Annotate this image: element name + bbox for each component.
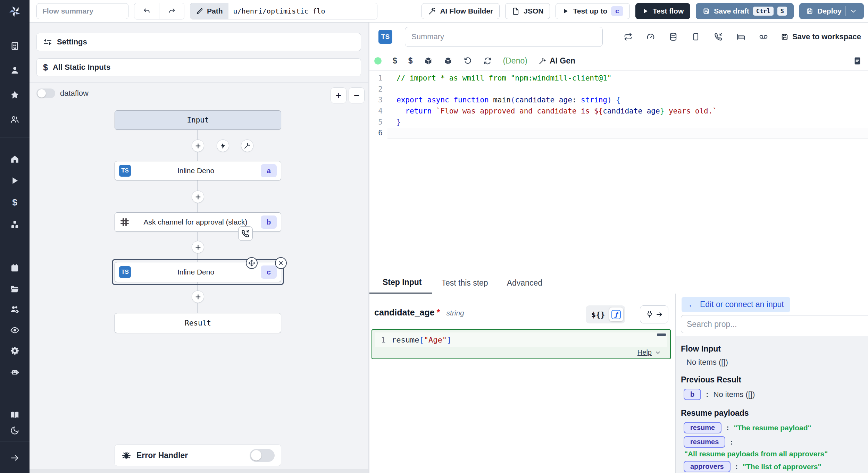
code-line[interactable]: return `Flow was approved and candidate … (387, 106, 868, 117)
undo-button[interactable] (134, 3, 159, 19)
resource-picker-icon[interactable]: $ (408, 56, 413, 66)
sidebar-item-docs[interactable] (10, 410, 20, 420)
code-editor[interactable]: 123456 // import * as wmill from "npm:wi… (369, 71, 868, 271)
ai-add-step-button[interactable] (241, 140, 253, 152)
add-step-button[interactable] (192, 191, 204, 203)
sidebar-item-home[interactable] (10, 154, 20, 164)
package-icon[interactable] (444, 57, 452, 65)
sidebar-item-user[interactable] (10, 65, 20, 75)
code-line[interactable] (387, 84, 868, 95)
error-handler-toggle[interactable] (250, 449, 275, 462)
resume-badge[interactable]: resume (684, 422, 721, 433)
library-icon[interactable] (853, 57, 862, 65)
language-label[interactable]: (Deno) (503, 56, 527, 66)
tab-test-this-step[interactable]: Test this step (432, 272, 497, 294)
expression-code[interactable]: resume["Age"] (392, 336, 451, 344)
sidebar-item-variables[interactable]: $ (10, 197, 20, 207)
code-lines[interactable]: // import * as wmill from "npm:windmill-… (387, 71, 868, 271)
zoom-in-button[interactable]: + (331, 87, 347, 103)
save-to-workspace-button[interactable]: Save to workspace (781, 32, 861, 41)
save-draft-button[interactable]: Save draft Ctrl S (696, 3, 794, 19)
flow-summary-input[interactable] (36, 3, 128, 19)
sidebar-item-users[interactable] (10, 115, 20, 124)
error-handler-card[interactable]: Error Handler (115, 445, 281, 466)
settings-card[interactable]: Settings (36, 33, 361, 51)
tab-step-input[interactable]: Step Input (369, 272, 432, 294)
early-stop-icon[interactable] (691, 32, 700, 41)
sleep-icon[interactable] (736, 32, 745, 41)
sidebar-item-audit-logs[interactable] (10, 325, 20, 335)
path-input[interactable] (228, 3, 377, 19)
code-line[interactable]: } (387, 117, 868, 128)
result-node[interactable]: Result (115, 313, 281, 333)
prev-result-badge[interactable]: b (684, 389, 701, 400)
panel-splitter[interactable] (368, 23, 369, 473)
delete-node-button[interactable] (275, 257, 287, 269)
help-link[interactable]: Help (637, 348, 652, 356)
dataflow-label: dataflow (60, 89, 89, 98)
dark-mode-toggle[interactable] (10, 425, 20, 435)
sidebar-item-settings[interactable] (10, 346, 20, 355)
retry-icon[interactable] (624, 32, 633, 41)
sidebar-item-groups[interactable] (10, 304, 20, 314)
template-mode-button[interactable]: ${} (591, 310, 605, 319)
expression-input[interactable]: 1 resume["Age"] (375, 332, 667, 347)
add-step-button[interactable] (192, 241, 204, 253)
sidebar-item-runs[interactable] (10, 176, 20, 185)
json-button[interactable]: JSON (505, 3, 550, 19)
node-a[interactable]: TS Inline Deno a (115, 161, 281, 180)
function-mode-button[interactable]: ƒ (609, 307, 623, 321)
step-summary-input[interactable] (405, 27, 603, 47)
concurrency-gauge-icon[interactable] (646, 32, 655, 41)
expression-editor[interactable]: 1 resume["Age"] Help (372, 329, 671, 359)
kbd-ctrl: Ctrl (753, 7, 774, 16)
cache-database-icon[interactable] (669, 32, 678, 41)
input-node[interactable]: Input (115, 110, 281, 130)
refresh-lang-icon[interactable] (483, 57, 492, 65)
sidebar-item-favorites[interactable] (10, 90, 20, 100)
variable-picker-icon[interactable]: $ (393, 56, 397, 66)
horizontal-scrollbar[interactable] (30, 469, 368, 473)
back-to-edit-button[interactable]: ← Edit or connect an input (682, 297, 790, 312)
move-node-button[interactable] (246, 257, 258, 269)
approvers-badge[interactable]: approvers (684, 461, 731, 472)
search-prop-input[interactable] (681, 315, 868, 333)
suspend-phone-icon[interactable] (714, 32, 723, 41)
sidebar-item-schedules[interactable] (10, 263, 20, 273)
expand-sidebar-button[interactable] (10, 453, 20, 463)
ai-flow-builder-button[interactable]: AI Flow Builder (422, 3, 500, 19)
zoom-out-button[interactable]: − (349, 87, 365, 103)
node-c-badge: c (261, 265, 277, 279)
test-flow-button[interactable]: Test flow (635, 3, 690, 19)
code-line[interactable]: // import * as wmill from "npm:windmill-… (387, 73, 868, 84)
package-icon[interactable] (424, 57, 433, 65)
resumes-badge[interactable]: resumes (684, 436, 725, 448)
code-line[interactable]: export async function main(candidate_age… (387, 95, 868, 106)
test-up-to-button[interactable]: Test up to c (556, 3, 629, 19)
node-b[interactable]: Ask channel for approval (slack) b (115, 212, 281, 232)
windmill-flow-builder: $ (0, 0, 868, 473)
add-step-button[interactable] (192, 140, 204, 152)
chevron-down-icon[interactable] (655, 349, 661, 356)
reset-icon[interactable] (464, 57, 472, 65)
code-line[interactable] (387, 128, 868, 139)
chevron-down-icon[interactable] (850, 7, 857, 15)
ai-flow-builder-label: AI Flow Builder (440, 7, 493, 15)
add-step-button[interactable] (192, 290, 204, 303)
redo-button[interactable] (159, 3, 184, 19)
ai-gen-button[interactable]: AI Gen (539, 56, 575, 66)
mock-voicemail-icon[interactable] (759, 32, 768, 41)
plus-icon (194, 293, 202, 301)
sidebar-item-ai[interactable] (10, 367, 20, 377)
tab-advanced[interactable]: Advanced (498, 272, 552, 294)
sidebar-item-folders[interactable] (10, 284, 20, 294)
windmill-logo[interactable] (7, 4, 23, 19)
plug-connect-button[interactable] (640, 305, 668, 323)
sidebar-item-resources[interactable] (10, 220, 20, 229)
dataflow-toggle[interactable] (36, 88, 55, 98)
deploy-button[interactable]: Deploy (799, 3, 864, 19)
static-inputs-card[interactable]: $ All Static Inputs (36, 58, 361, 76)
path-chip[interactable]: Path (190, 3, 228, 19)
add-trigger-button[interactable] (217, 140, 229, 152)
sidebar-item-workspace[interactable] (10, 41, 20, 51)
